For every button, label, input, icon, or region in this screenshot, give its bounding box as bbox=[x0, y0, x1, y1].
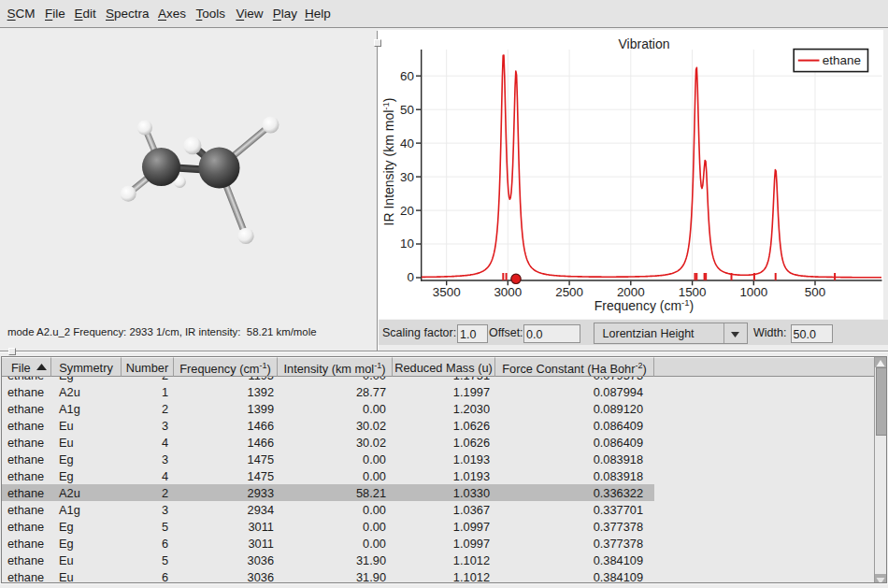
svg-text:IR Intensity (km mol-1): IR Intensity (km mol-1) bbox=[380, 98, 396, 226]
svg-text:Frequency (cm-1): Frequency (cm-1) bbox=[594, 297, 694, 313]
svg-text:1000: 1000 bbox=[739, 285, 767, 299]
svg-text:3000: 3000 bbox=[494, 285, 522, 299]
svg-text:3500: 3500 bbox=[433, 285, 461, 299]
svg-text:10: 10 bbox=[400, 237, 414, 251]
svg-text:500: 500 bbox=[805, 285, 825, 299]
svg-text:ethane: ethane bbox=[823, 53, 861, 67]
svg-text:Vibration: Vibration bbox=[618, 36, 669, 51]
svg-text:60: 60 bbox=[400, 69, 414, 83]
svg-text:40: 40 bbox=[400, 136, 414, 151]
svg-text:30: 30 bbox=[400, 170, 414, 184]
svg-text:0: 0 bbox=[408, 270, 414, 284]
svg-text:20: 20 bbox=[400, 204, 414, 218]
svg-text:2500: 2500 bbox=[555, 285, 583, 299]
svg-text:50: 50 bbox=[400, 103, 414, 117]
